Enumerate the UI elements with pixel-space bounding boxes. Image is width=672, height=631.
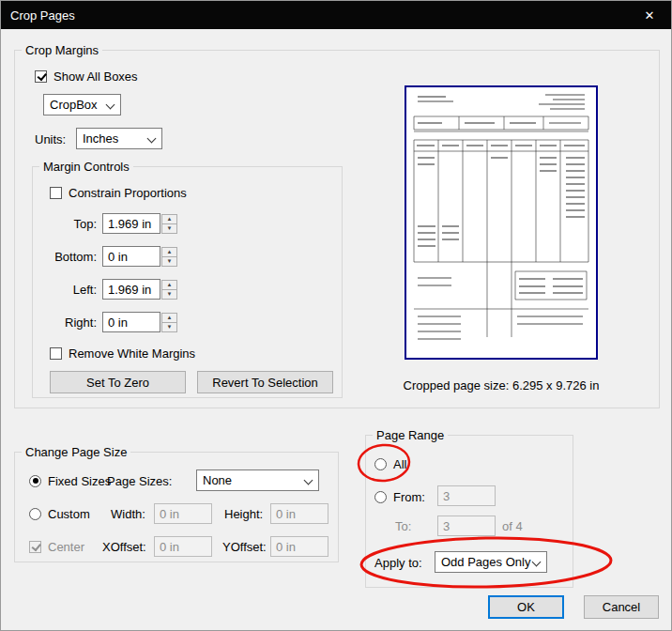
center-label: Center: [48, 540, 84, 554]
chevron-down-icon: [304, 476, 313, 485]
checkbox-icon: [50, 347, 62, 360]
spinner-down-icon[interactable]: ▼: [161, 289, 177, 300]
yoffset-label: YOffset:: [222, 540, 267, 554]
constrain-proportions-label: Constrain Proportions: [69, 186, 187, 200]
radio-icon: [29, 508, 41, 520]
cancel-button[interactable]: Cancel: [584, 595, 659, 619]
checkbox-checked-icon: [29, 541, 41, 553]
units-value: Inches: [83, 131, 118, 146]
chevron-down-icon: [147, 134, 157, 144]
yoffset-input: 0 in: [270, 536, 328, 557]
ok-button[interactable]: OK: [488, 595, 564, 619]
margin-right-value: 0 in: [108, 316, 128, 330]
margin-left-label: Left:: [38, 283, 97, 297]
apply-to-select[interactable]: Odd Pages Only: [435, 551, 547, 573]
chevron-down-icon: [532, 558, 542, 567]
box-type-value: CropBox: [50, 98, 98, 112]
width-input: 0 in: [154, 503, 212, 524]
height-input: 0 in: [270, 503, 328, 524]
change-page-size-group-label: Change Page Size: [22, 445, 130, 459]
page-sizes-select[interactable]: None: [196, 469, 319, 491]
width-label: Width:: [111, 507, 145, 521]
margin-top-value: 1.969 in: [108, 217, 151, 231]
radio-icon: [374, 491, 387, 503]
margin-left-input[interactable]: 1.969 in: [102, 279, 160, 300]
to-value: 3: [443, 519, 450, 533]
xoffset-label: XOffset:: [102, 540, 146, 554]
checkbox-checked-icon: [35, 70, 47, 83]
page-preview-thumbnail: [405, 85, 598, 360]
of-total-label: of 4: [502, 519, 523, 533]
fixed-sizes-label: Fixed Sizes: [48, 474, 111, 488]
units-select[interactable]: Inches: [76, 128, 162, 149]
margin-top-input[interactable]: 1.969 in: [102, 213, 160, 234]
remove-white-margins-checkbox[interactable]: Remove White Margins: [50, 346, 195, 361]
from-radio[interactable]: From:: [374, 489, 425, 504]
to-input: 3: [437, 516, 496, 536]
all-radio[interactable]: All: [374, 456, 406, 471]
cancel-label: Cancel: [603, 600, 640, 614]
revert-to-selection-label: Revert To Selection: [212, 376, 318, 390]
height-label: Height:: [224, 507, 263, 521]
crop-margins-group-label: Crop Margins: [22, 43, 102, 57]
margin-left-value: 1.969 in: [108, 283, 151, 297]
checkbox-icon: [50, 187, 62, 199]
spinner-down-icon[interactable]: ▼: [161, 256, 177, 267]
show-all-boxes-label: Show All Boxes: [53, 69, 138, 84]
page-sizes-label: Page Sizes:: [107, 474, 172, 488]
remove-white-margins-label: Remove White Margins: [69, 346, 195, 361]
page-range-group-label: Page Range: [373, 428, 448, 442]
cropped-page-size-text: Cropped page size: 6.295 x 9.726 in: [376, 378, 626, 392]
from-input: 3: [437, 485, 496, 506]
units-label: Units:: [35, 132, 66, 146]
margin-controls-group-label: Margin Controls: [39, 160, 133, 174]
custom-label: Custom: [48, 507, 90, 521]
set-to-zero-label: Set To Zero: [86, 376, 149, 390]
margin-bottom-input[interactable]: 0 in: [102, 246, 160, 267]
box-type-select[interactable]: CropBox: [43, 94, 121, 115]
xoffset-value: 0 in: [160, 540, 179, 554]
margin-right-label: Right:: [38, 316, 97, 330]
margin-bottom-value: 0 in: [108, 250, 128, 264]
margin-top-stepper[interactable]: ▲ ▼: [161, 214, 177, 234]
from-value: 3: [443, 489, 450, 503]
close-icon: ✕: [645, 8, 655, 23]
radio-selected-icon: [29, 475, 41, 487]
to-label: To:: [395, 519, 411, 533]
fixed-sizes-radio[interactable]: Fixed Sizes: [29, 473, 111, 488]
margin-left-row: Left: 1.969 in ▲ ▼: [38, 279, 177, 300]
from-label: From:: [393, 490, 425, 504]
titlebar: Crop Pages: [1, 1, 671, 29]
margin-left-stepper[interactable]: ▲ ▼: [161, 280, 177, 300]
spinner-down-icon[interactable]: ▼: [161, 223, 177, 234]
set-to-zero-button[interactable]: Set To Zero: [50, 371, 186, 393]
margin-top-row: Top: 1.969 in ▲ ▼: [38, 213, 177, 234]
apply-to-value: Odd Pages Only: [441, 555, 530, 569]
margin-right-row: Right: 0 in ▲ ▼: [38, 312, 177, 332]
width-value: 0 in: [160, 507, 179, 521]
chevron-down-icon: [106, 100, 115, 110]
yoffset-value: 0 in: [276, 540, 296, 554]
margin-right-stepper[interactable]: ▲ ▼: [161, 313, 177, 332]
ok-label: OK: [517, 600, 535, 614]
crop-pages-dialog: Crop Pages ✕ Crop Margins Show All Boxes…: [0, 0, 672, 631]
apply-to-label: Apply to:: [374, 556, 422, 570]
margin-top-label: Top:: [38, 217, 97, 231]
margin-bottom-stepper[interactable]: ▲ ▼: [161, 247, 177, 267]
xoffset-input: 0 in: [154, 536, 212, 557]
margin-bottom-label: Bottom:: [38, 250, 97, 264]
margin-right-input[interactable]: 0 in: [102, 312, 160, 332]
constrain-proportions-checkbox[interactable]: Constrain Proportions: [50, 185, 187, 200]
revert-to-selection-button[interactable]: Revert To Selection: [197, 371, 333, 393]
margin-bottom-row: Bottom: 0 in ▲ ▼: [38, 246, 177, 267]
custom-radio[interactable]: Custom: [29, 506, 90, 521]
all-label: All: [393, 457, 406, 471]
spinner-down-icon[interactable]: ▼: [161, 322, 177, 332]
window-title: Crop Pages: [10, 8, 75, 23]
show-all-boxes-checkbox[interactable]: Show All Boxes: [35, 69, 138, 84]
center-checkbox: Center: [29, 539, 84, 554]
close-button[interactable]: ✕: [628, 1, 671, 29]
height-value: 0 in: [276, 507, 296, 521]
radio-icon: [374, 458, 387, 470]
page-sizes-value: None: [203, 473, 232, 487]
